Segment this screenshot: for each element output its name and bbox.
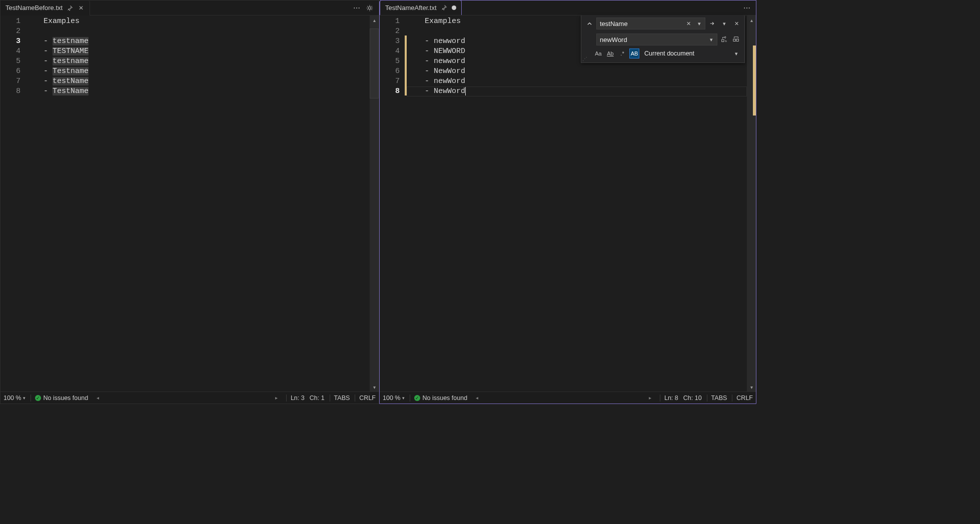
replace-all-icon[interactable]	[731, 34, 741, 44]
line-number: 5	[380, 56, 400, 66]
overview-change-marker	[753, 46, 756, 116]
tab-title-right: TestNameAfter.txt	[385, 4, 437, 12]
scroll-up-icon[interactable]: ▴	[370, 16, 379, 24]
code-right[interactable]: Examples - newword - NEWWORD - newword -…	[407, 16, 747, 392]
code-line: - Testname	[26, 66, 370, 76]
horizontal-scrollbar[interactable]: ◂ ▸	[93, 395, 281, 400]
editor-right[interactable]: ✕ ▾ ▾ ✕ . ▾	[380, 16, 756, 392]
resize-grip-icon[interactable]: ⋰	[582, 56, 587, 62]
minimap-viewport[interactable]	[370, 28, 379, 98]
line-number: 3	[1, 36, 21, 46]
scroll-left-icon[interactable]: ◂	[93, 395, 102, 400]
search-input-wrap: ✕ ▾	[596, 18, 705, 30]
tab-bar-right: TestNameAfter.txt ⋯	[380, 0, 756, 16]
text-cursor	[465, 87, 466, 96]
cursor-col[interactable]: Ch: 10	[683, 394, 702, 402]
pin-icon[interactable]	[67, 4, 74, 12]
scroll-track[interactable]	[370, 24, 379, 382]
more-icon[interactable]: ⋯	[352, 3, 362, 13]
svg-rect-8	[722, 40, 724, 42]
overview-ruler	[753, 30, 756, 380]
scroll-right-icon[interactable]: ▸	[646, 395, 655, 400]
selection: Testname	[53, 67, 89, 76]
code-line: - testname	[26, 56, 370, 66]
chevron-down-icon[interactable]: ▾	[694, 18, 704, 28]
match-whole-word-icon[interactable]: Ab	[605, 48, 615, 58]
svg-rect-11	[736, 39, 738, 41]
line-number: 8	[380, 86, 400, 96]
line-number: 6	[380, 66, 400, 76]
tab-title-left: TestNameBefore.txt	[6, 4, 63, 12]
replace-one-icon[interactable]: b	[719, 34, 729, 44]
right-editor-pane: TestNameAfter.txt ⋯	[379, 0, 756, 404]
indent-mode[interactable]: TABS	[330, 394, 350, 402]
use-regex-icon[interactable]: .*	[617, 48, 627, 58]
code-line	[26, 26, 370, 36]
left-editor-pane: TestNameBefore.txt ✕ ⋯ 1 2 3	[0, 0, 379, 404]
scroll-up-icon[interactable]: ▴	[747, 16, 756, 24]
replace-input[interactable]	[596, 34, 717, 46]
selection: testname	[53, 57, 89, 66]
code-line: - NewWord	[407, 86, 747, 96]
svg-text:b: b	[725, 40, 727, 42]
cursor-line[interactable]: Ln: 8	[660, 394, 678, 402]
vertical-scrollbar-left[interactable]: ▴ ▾	[370, 16, 379, 392]
editor-left[interactable]: 1 2 3 4 5 6 7 8 Examples - testname - TE…	[1, 16, 379, 392]
workspace: TestNameBefore.txt ✕ ⋯ 1 2 3	[0, 0, 756, 404]
line-number: 4	[380, 46, 400, 56]
svg-rect-10	[733, 39, 735, 41]
check-icon: ✓	[414, 395, 420, 401]
cursor-line[interactable]: Ln: 3	[286, 394, 305, 402]
preserve-case-icon[interactable]: AB	[629, 48, 639, 58]
code-line: - TESTNAME	[26, 46, 370, 56]
chevron-down-icon[interactable]: ▾	[719, 18, 729, 28]
code-left[interactable]: Examples - testname - TESTNAME - testnam…	[26, 16, 370, 392]
indent-mode[interactable]: TABS	[707, 394, 727, 402]
line-number: 3	[380, 36, 400, 46]
gear-icon[interactable]	[365, 3, 375, 13]
line-number: 2	[1, 26, 21, 36]
line-number: 6	[1, 66, 21, 76]
line-number: 5	[1, 56, 21, 66]
statusbar-right: 100 %▾ ✓No issues found ◂ ▸ Ln: 8 Ch: 10…	[380, 392, 756, 404]
code-line: - NewWord	[407, 66, 747, 76]
code-line: - testname	[26, 36, 370, 46]
scroll-down-icon[interactable]: ▾	[747, 382, 756, 392]
pin-icon[interactable]	[441, 4, 448, 11]
code-line: Examples	[26, 16, 370, 26]
collapse-up-icon[interactable]	[584, 18, 594, 28]
search-scope-dropdown[interactable]: Current document	[641, 50, 729, 57]
dirty-indicator-icon	[452, 6, 456, 10]
selection: testname	[53, 37, 89, 46]
close-icon[interactable]: ✕	[683, 18, 693, 28]
tab-right[interactable]: TestNameAfter.txt	[380, 0, 462, 15]
chevron-down-icon: ▾	[402, 396, 405, 400]
issues-indicator[interactable]: ✓No issues found	[31, 394, 88, 402]
close-icon[interactable]: ✕	[78, 4, 85, 12]
check-icon: ✓	[35, 395, 41, 401]
line-number: 7	[380, 76, 400, 86]
zoom-level[interactable]: 100 %▾	[4, 394, 26, 402]
zoom-level[interactable]: 100 %▾	[383, 394, 405, 402]
code-line: - TestName	[26, 86, 370, 96]
line-ending[interactable]: CRLF	[732, 394, 753, 402]
scroll-left-icon[interactable]: ◂	[472, 395, 481, 400]
chevron-down-icon[interactable]: ▾	[731, 48, 741, 58]
tab-left[interactable]: TestNameBefore.txt ✕	[1, 0, 90, 16]
line-number: 2	[380, 26, 400, 36]
replace-input-wrap: ▾	[596, 34, 717, 46]
close-panel-icon[interactable]: ✕	[731, 18, 741, 28]
gutter-left: 1 2 3 4 5 6 7 8	[1, 16, 26, 392]
issues-indicator[interactable]: ✓No issues found	[410, 394, 467, 402]
match-case-icon[interactable]: Aa	[593, 48, 603, 58]
cursor-col[interactable]: Ch: 1	[310, 394, 325, 402]
more-icon[interactable]: ⋯	[742, 3, 752, 13]
horizontal-scrollbar[interactable]: ◂ ▸	[472, 395, 655, 400]
line-ending[interactable]: CRLF	[355, 394, 376, 402]
scroll-down-icon[interactable]: ▾	[370, 382, 379, 392]
scroll-right-icon[interactable]: ▸	[272, 395, 281, 400]
replace-next-icon[interactable]	[707, 18, 717, 28]
chevron-down-icon[interactable]: ▾	[706, 34, 716, 44]
code-line: - testName	[26, 76, 370, 86]
chevron-down-icon: ▾	[23, 396, 26, 400]
